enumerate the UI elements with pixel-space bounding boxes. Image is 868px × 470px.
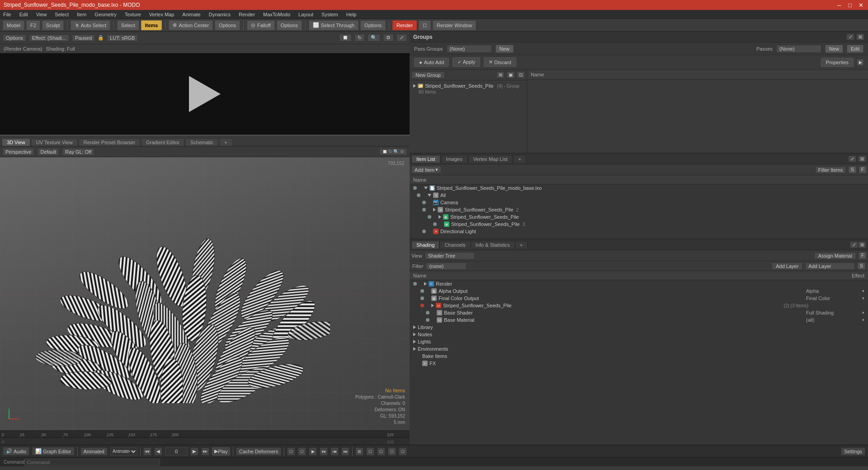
item-row[interactable]: ⊞ Striped_Sunflower_Seeds_Pile 2 <box>410 206 868 213</box>
shader-row[interactable]: M Striped_Sunflower_Seeds_Pile (2) (3 It… <box>410 302 868 309</box>
tool-btn-2[interactable]: ⬡ <box>298 447 306 456</box>
assign-material-btn[interactable]: Assign Material <box>814 252 856 259</box>
item-row[interactable]: 📷 Camera <box>410 199 868 206</box>
tool-btn-8[interactable]: ⬡ <box>366 447 374 456</box>
render-window-btn[interactable]: Render Window <box>433 20 476 30</box>
shading-s-key[interactable]: S <box>858 263 865 269</box>
items-btn[interactable]: Items <box>141 20 162 30</box>
group-item[interactable]: 📁 Striped_Sunflower_Seeds_Pile (4) - Gro… <box>411 82 525 89</box>
close-btn[interactable]: ✕ <box>857 2 864 9</box>
settings-btn[interactable]: Settings <box>841 447 865 456</box>
item-row[interactable]: ☀ Directional Light <box>410 228 868 235</box>
menu-vertexmap[interactable]: Vertex Map <box>148 12 176 17</box>
add-layer-btn[interactable]: Add Layer <box>772 263 802 270</box>
new-pass-btn[interactable]: New <box>495 45 514 53</box>
shading-f-key[interactable]: F <box>859 252 866 259</box>
options-btn-1[interactable]: Options <box>215 20 240 30</box>
tab-schematic[interactable]: Schematic <box>185 138 218 146</box>
auto-select-btn[interactable]: 🖱 Auto Select <box>71 20 110 30</box>
menu-system[interactable]: System <box>320 12 340 17</box>
shader-row[interactable]: ▣ Final Color Output Final Color ▾ <box>410 295 868 302</box>
goto-start-btn[interactable]: ⏮ <box>143 447 151 456</box>
viewport-3d-content[interactable]: 793,152 No Items Polygons : Catmull-Clar… <box>0 157 410 430</box>
tool-btn-7[interactable]: ⊞ <box>355 447 363 456</box>
add-item-btn[interactable]: Add Item ▾ <box>411 166 441 174</box>
shader-row[interactable]: M Base Material (all) ▾ <box>410 316 868 324</box>
raygl-btn[interactable]: Ray GL: Off <box>62 148 94 155</box>
menu-help[interactable]: Help <box>345 12 358 17</box>
auto-add-btn[interactable]: ● Auto Add <box>414 58 449 67</box>
tool-btn-6[interactable]: ⏭ <box>341 447 349 456</box>
tab-render-preset[interactable]: Render Preset Browser <box>79 138 140 146</box>
apply-btn[interactable]: ✓ Apply <box>453 57 480 67</box>
model-btn[interactable]: Model <box>3 20 24 30</box>
shader-row[interactable]: ▣ Alpha Output Alpha ▾ <box>410 287 868 295</box>
tab-vertex-map[interactable]: Vertex Map List <box>468 155 513 163</box>
groups-detach-btn[interactable]: ⊞ <box>856 33 864 40</box>
shader-tree-dropdown[interactable]: Shader Tree <box>425 252 475 259</box>
environments-section[interactable]: Environments <box>410 345 868 352</box>
item-row[interactable]: ▣ Striped_Sunflower_Seeds_Pile 3 <box>410 221 868 228</box>
tab-item-plus[interactable]: + <box>513 155 526 163</box>
graph-editor-btn[interactable]: 📊 Graph Editor <box>32 447 74 456</box>
shader-row[interactable]: S Base Shader Full Shading ▾ <box>410 309 868 316</box>
animated-dropdown[interactable]: Animated <box>110 447 137 456</box>
select-through-btn[interactable]: ⬜ Select Through <box>309 20 359 30</box>
audio-btn[interactable]: 🔊 Audio <box>3 447 29 456</box>
filter-dropdown[interactable]: (none) <box>426 263 467 270</box>
f2-btn[interactable]: F2 <box>26 20 40 30</box>
s-key-btn[interactable]: S <box>849 166 856 173</box>
tool-btn-1[interactable]: ⬡ <box>287 447 295 456</box>
item-row[interactable]: ▣ Striped_Sunflower_Seeds_Pile <box>410 213 868 221</box>
tool-btn-4[interactable]: ⏭ <box>320 447 328 456</box>
render-btn[interactable]: Render <box>392 20 417 30</box>
preview-paused-btn[interactable]: Paused <box>72 34 95 42</box>
render-preview-btn[interactable]: ◻ <box>419 20 431 30</box>
tab-uv-texture[interactable]: UV Texture View <box>31 138 78 146</box>
tool-btn-11[interactable]: ⬡ <box>399 447 407 456</box>
menu-geometry[interactable]: Geometry <box>93 12 118 17</box>
shading-detach-btn[interactable]: ⊞ <box>858 241 866 248</box>
tool-btn-9[interactable]: ⬡ <box>377 447 385 456</box>
menu-render[interactable]: Render <box>237 12 256 17</box>
menu-file[interactable]: File <box>2 12 13 17</box>
tab-add[interactable]: + <box>219 138 232 146</box>
minimize-btn[interactable]: ─ <box>835 2 843 9</box>
menu-animate[interactable]: Animate <box>181 12 202 17</box>
default-btn[interactable]: Default <box>38 148 59 155</box>
properties-btn[interactable]: Properties <box>821 58 854 67</box>
play-btn[interactable]: ▶ Play <box>212 447 230 456</box>
menu-layout[interactable]: Layout <box>297 12 315 17</box>
goto-end-btn[interactable]: ⏭ <box>201 447 209 456</box>
group-icon-btn-3[interactable]: ⊡ <box>517 71 525 78</box>
nodes-section[interactable]: Nodes <box>410 331 868 338</box>
lights-section[interactable]: Lights <box>410 338 868 345</box>
preview-effect-btn[interactable]: Effect: (Shadi... <box>29 34 69 42</box>
tool-btn-3[interactable]: ▶ <box>309 447 317 456</box>
properties-arrow-btn[interactable]: ▶ <box>857 59 863 66</box>
group-icon-btn-1[interactable]: ⊞ <box>496 71 505 78</box>
discard-btn[interactable]: ✕ Discard <box>484 57 516 67</box>
menu-item[interactable]: Item <box>75 12 88 17</box>
tab-shading[interactable]: Shading <box>411 241 439 249</box>
filter-items-btn[interactable]: Filter Items <box>815 166 846 174</box>
tab-images[interactable]: Images <box>441 155 467 163</box>
sculpt-btn[interactable]: Sculpt <box>42 20 64 30</box>
fx-row[interactable]: F FX <box>410 360 868 367</box>
menu-texture[interactable]: Texture <box>123 12 142 17</box>
group-icon-btn-2[interactable]: ▣ <box>506 71 515 78</box>
shader-row[interactable]: R Render <box>410 280 868 287</box>
animated-btn[interactable]: Animated <box>80 447 108 456</box>
tool-btn-10[interactable]: ⬡ <box>388 447 396 456</box>
preview-expand-btn[interactable]: ⤢ <box>396 34 407 42</box>
library-section[interactable]: Library <box>410 324 868 331</box>
f-key-btn[interactable]: F <box>859 166 866 173</box>
menu-edit[interactable]: Edit <box>18 12 29 17</box>
preview-lut-btn[interactable]: LUT: sRGB <box>107 34 138 42</box>
viewport-3d[interactable]: Perspective Default Ray GL: Off 🔲 ↻ 🔍 ⚙ <box>0 146 410 430</box>
tab-info-stats[interactable]: Info & Statistics <box>471 241 515 249</box>
tab-channels[interactable]: Channels <box>439 241 470 249</box>
bake-items-row[interactable]: Bake Items <box>410 352 868 360</box>
tab-gradient-editor[interactable]: Gradient Editor <box>141 138 184 146</box>
passes-dropdown[interactable]: (None) <box>776 45 821 53</box>
